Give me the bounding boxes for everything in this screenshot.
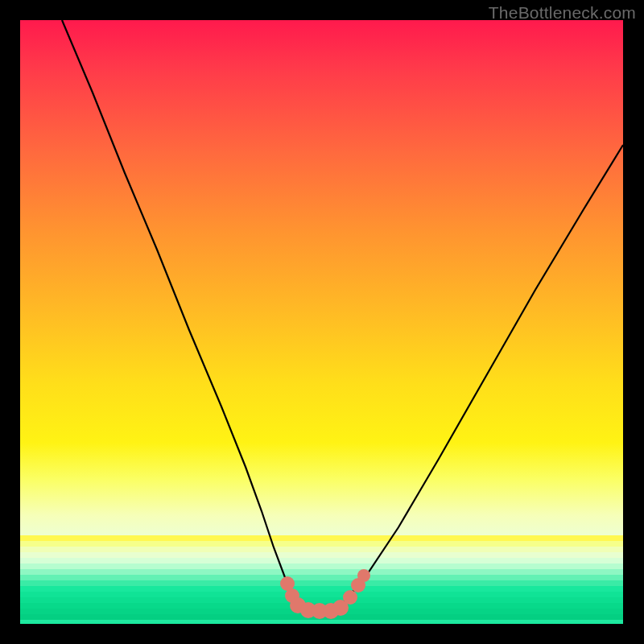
chart-plot-area bbox=[20, 20, 623, 624]
bottleneck-curve-line bbox=[62, 20, 623, 609]
chart-svg bbox=[20, 20, 623, 624]
trough-marker bbox=[343, 590, 357, 605]
trough-marker-group bbox=[280, 569, 370, 619]
watermark-text: TheBottleneck.com bbox=[489, 3, 636, 23]
trough-marker bbox=[357, 569, 370, 582]
